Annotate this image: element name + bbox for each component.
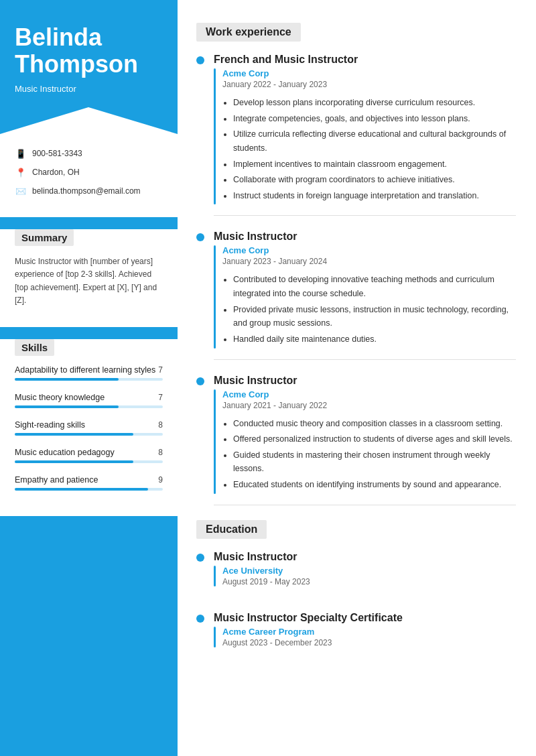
job-content: French and Music Instructor Acme Corp Ja… xyxy=(214,54,516,216)
summary-label: Summary xyxy=(15,229,74,246)
skill-bar-fill xyxy=(15,378,119,381)
skill-score: 9 xyxy=(158,475,163,485)
left-border-line xyxy=(214,68,216,204)
skill-bar-fill xyxy=(15,460,133,463)
skill-row: Empathy and patience 9 xyxy=(15,475,163,491)
job-dot xyxy=(196,56,204,64)
bullet-item: Guided students in mastering their chose… xyxy=(233,448,516,476)
skill-name: Music theory knowledge xyxy=(15,393,105,402)
job-title: Music Instructor xyxy=(214,375,516,387)
edu-border-line xyxy=(214,566,216,586)
edu-dot xyxy=(196,615,204,623)
skill-row: Sight-reading skills 8 xyxy=(15,420,163,436)
left-border-line xyxy=(214,245,216,348)
skills-list: Adaptability to different learning style… xyxy=(15,365,163,491)
education-label: Education xyxy=(196,520,267,539)
job-entry: French and Music Instructor Acme Corp Ja… xyxy=(196,54,516,216)
skill-bar-bg xyxy=(15,433,163,436)
bullet-item: Contributed to developing innovative tea… xyxy=(233,273,516,300)
bullet-item: Handled daily site maintenance duties. xyxy=(233,332,516,346)
summary-label-row: Summary xyxy=(15,229,163,246)
bullet-item: Provided private music lessons, instruct… xyxy=(233,303,516,330)
skill-name: Adaptability to different learning style… xyxy=(15,365,155,375)
bullet-item: Integrate competencies, goals, and objec… xyxy=(233,112,516,126)
job-content: Music Instructor Acme Corp January 2023 … xyxy=(214,231,516,359)
location-contact: 📍 Chardon, OH xyxy=(15,166,163,178)
edu-title: Music Instructor xyxy=(214,551,516,563)
email-text: belinda.thompson@email.com xyxy=(32,186,141,196)
job-dot-col xyxy=(196,375,204,505)
bullet-item: Implement incentives to maintain classro… xyxy=(233,158,516,172)
job-company: Acme Corp xyxy=(222,245,516,255)
edu-dot xyxy=(196,554,204,562)
skill-row: Music education pedagogy 8 xyxy=(15,448,163,463)
job-dot xyxy=(196,377,204,385)
edu-content: Music Instructor Specialty Certificate A… xyxy=(214,612,516,658)
candidate-title: Music Instructor xyxy=(15,84,163,94)
candidate-name: Belinda Thompson xyxy=(15,24,163,77)
bullet-item: Collaborate with program coordinators to… xyxy=(233,173,516,187)
job-dates: January 2023 - January 2024 xyxy=(222,257,516,266)
edu-dates: August 2019 - May 2023 xyxy=(222,577,516,586)
skill-row: Music theory knowledge 7 xyxy=(15,393,163,408)
bullet-item: Utilize curricula reflecting diverse edu… xyxy=(233,127,516,155)
edu-school: Acme Career Program xyxy=(222,627,516,637)
resume-container: Belinda Thompson Music Instructor 📱 900-… xyxy=(0,0,536,756)
education-header: Education xyxy=(196,520,516,539)
skill-name: Sight-reading skills xyxy=(15,420,85,430)
job-dates: January 2022 - January 2023 xyxy=(222,80,516,89)
job-bullets: Develop lesson plans incorporating diver… xyxy=(222,96,516,202)
job-dot-col xyxy=(196,54,204,216)
email-contact: ✉️ belinda.thompson@email.com xyxy=(15,185,163,197)
bullet-item: Offered personalized instruction to stud… xyxy=(233,432,516,446)
skill-score: 7 xyxy=(158,393,163,402)
phone-contact: 📱 900-581-3343 xyxy=(15,147,163,160)
skill-bar-bg xyxy=(15,460,163,463)
skills-label-row: Skills xyxy=(15,339,163,356)
skill-bar-bg xyxy=(15,405,163,408)
job-bullets: Contributed to developing innovative tea… xyxy=(222,273,516,346)
edu-border-line xyxy=(214,627,216,647)
main-content: Work experience French and Music Instruc… xyxy=(178,0,536,756)
bullet-item: Instruct students in foreign language in… xyxy=(233,189,516,203)
phone-icon: 📱 xyxy=(15,147,27,160)
job-dot xyxy=(196,233,204,241)
summary-section: Summary Music Instructor with [number of… xyxy=(0,229,178,327)
edu-title: Music Instructor Specialty Certificate xyxy=(214,612,516,624)
skill-bar-bg xyxy=(15,488,163,491)
edu-entry: Music Instructor Ace University August 2… xyxy=(196,551,516,597)
skill-bar-bg xyxy=(15,378,163,381)
email-icon: ✉️ xyxy=(15,185,27,197)
job-dates: January 2021 - January 2022 xyxy=(222,401,516,410)
skill-name: Music education pedagogy xyxy=(15,448,115,457)
left-border-line xyxy=(214,389,216,494)
skill-bar-fill xyxy=(15,488,148,491)
job-dot-col xyxy=(196,231,204,359)
job-content: Music Instructor Acme Corp January 2021 … xyxy=(214,375,516,505)
edu-school: Ace University xyxy=(222,566,516,576)
skills-section: Skills Adaptability to different learnin… xyxy=(0,339,178,516)
skill-name: Empathy and patience xyxy=(15,475,98,485)
skill-score: 8 xyxy=(158,448,163,457)
edu-dates: August 2023 - December 2023 xyxy=(222,638,516,647)
education-list: Music Instructor Ace University August 2… xyxy=(196,551,516,658)
skill-bar-fill xyxy=(15,405,119,408)
sidebar-header: Belinda Thompson Music Instructor xyxy=(0,0,178,107)
job-company: Acme Corp xyxy=(222,389,516,399)
work-experience-label: Work experience xyxy=(196,23,301,42)
job-bullets: Conducted music theory and composition c… xyxy=(222,417,516,492)
bullet-item: Conducted music theory and composition c… xyxy=(233,417,516,431)
skills-label: Skills xyxy=(15,339,54,356)
bullet-item: Develop lesson plans incorporating diver… xyxy=(233,96,516,110)
skill-row: Adaptability to different learning style… xyxy=(15,365,163,381)
sidebar-notch xyxy=(0,107,178,134)
edu-content: Music Instructor Ace University August 2… xyxy=(214,551,516,597)
location-icon: 📍 xyxy=(15,166,27,178)
skill-score: 7 xyxy=(158,365,163,375)
edu-dot-col xyxy=(196,551,204,597)
work-experience-header: Work experience xyxy=(196,23,516,42)
skill-bar-fill xyxy=(15,433,133,436)
skill-score: 8 xyxy=(158,420,163,430)
location-text: Chardon, OH xyxy=(32,168,80,177)
job-entry: Music Instructor Acme Corp January 2021 … xyxy=(196,375,516,505)
